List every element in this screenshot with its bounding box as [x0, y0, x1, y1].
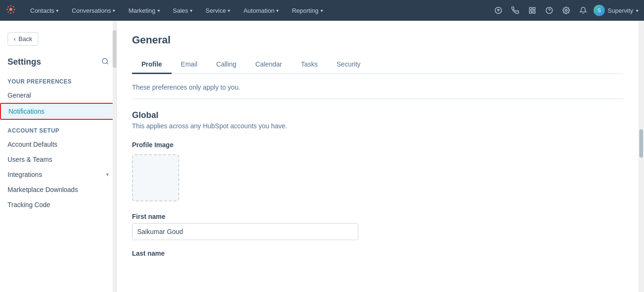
nav-conversations[interactable]: Conversations ▾: [65, 0, 122, 21]
back-chevron-icon: ‹: [14, 35, 16, 42]
account-menu[interactable]: S Supervity ▾: [594, 5, 638, 16]
first-name-label: First name: [132, 213, 623, 220]
svg-point-9: [565, 9, 567, 11]
sidebar-header: Settings: [0, 50, 116, 71]
chevron-down-icon: ▾: [113, 8, 115, 13]
tab-tasks[interactable]: Tasks: [291, 56, 327, 74]
account-setup-section: Account Setup: [0, 120, 116, 137]
last-name-field: Last name: [132, 250, 623, 257]
svg-point-0: [9, 8, 12, 10]
sidebar-item-integrations[interactable]: Integrations ▾: [0, 167, 116, 182]
chevron-down-icon: ▾: [321, 8, 323, 13]
chevron-down-icon: ▾: [157, 8, 160, 13]
marketplace-icon[interactable]: [526, 4, 539, 17]
chevron-down-icon: ▾: [106, 171, 109, 178]
sidebar-item-marketplace-downloads[interactable]: Marketplace Downloads: [0, 182, 116, 197]
profile-image-upload[interactable]: [132, 154, 179, 201]
chevron-down-icon: ▾: [228, 8, 230, 13]
sidebar-item-general[interactable]: General: [0, 88, 116, 103]
sidebar-item-tracking-code[interactable]: Tracking Code: [0, 197, 116, 212]
hubspot-logo[interactable]: [6, 4, 16, 17]
notifications-bell-icon[interactable]: [577, 4, 590, 17]
first-name-field: First name: [132, 213, 623, 240]
nav-sales[interactable]: Sales ▾: [166, 0, 199, 21]
sidebar: ‹ Back Settings Your Preferences General…: [0, 21, 117, 292]
calling-icon[interactable]: [509, 4, 522, 17]
profile-image-label: Profile Image: [132, 141, 623, 149]
main-scrollbar: [638, 21, 644, 292]
settings-icon[interactable]: [560, 4, 573, 17]
first-name-input[interactable]: [132, 223, 358, 240]
svg-rect-4: [533, 8, 535, 10]
page-layout: ‹ Back Settings Your Preferences General…: [0, 21, 644, 292]
preference-notice: These preferences only apply to you.: [132, 74, 623, 99]
nav-right: S Supervity ▾: [492, 4, 638, 17]
main-scroll-thumb: [639, 129, 643, 158]
your-preferences-section: Your Preferences: [0, 71, 116, 88]
svg-rect-6: [529, 11, 532, 13]
nav-menu: Contacts ▾ Conversations ▾ Marketing ▾ S…: [24, 0, 330, 21]
nav-contacts[interactable]: Contacts ▾: [24, 0, 65, 21]
nav-reporting[interactable]: Reporting ▾: [285, 0, 329, 21]
profile-image-field: Profile Image: [132, 141, 623, 201]
top-navigation: Contacts ▾ Conversations ▾ Marketing ▾ S…: [0, 0, 644, 21]
help-icon[interactable]: [543, 4, 556, 17]
chevron-down-icon: ▾: [56, 8, 58, 13]
sidebar-item-account-defaults[interactable]: Account Defaults: [0, 137, 116, 152]
account-name: Supervity: [608, 7, 633, 14]
upgrade-icon[interactable]: [492, 4, 505, 17]
avatar: S: [594, 5, 605, 16]
chevron-down-icon: ▾: [276, 8, 279, 13]
tab-calendar[interactable]: Calendar: [246, 56, 291, 74]
sidebar-item-users-teams[interactable]: Users & Teams: [0, 152, 116, 167]
sidebar-title: Settings: [8, 57, 41, 67]
back-button[interactable]: ‹ Back: [8, 32, 38, 46]
last-name-label: Last name: [132, 250, 623, 257]
svg-point-10: [102, 58, 107, 64]
nav-automation[interactable]: Automation ▾: [237, 0, 285, 21]
global-section-subtitle: This applies across any HubSpot accounts…: [132, 122, 623, 130]
tab-calling[interactable]: Calling: [207, 56, 246, 74]
sidebar-scroll-thumb: [113, 30, 116, 68]
search-icon[interactable]: [101, 58, 109, 67]
tab-email[interactable]: Email: [172, 56, 207, 74]
settings-tabs: Profile Email Calling Calendar Tasks Sec…: [132, 56, 623, 74]
global-section-title: Global: [132, 110, 623, 120]
sidebar-item-notifications[interactable]: Notifications: [0, 103, 116, 120]
tab-security[interactable]: Security: [327, 56, 370, 74]
main-content: General Profile Email Calling Calendar T…: [117, 21, 638, 292]
svg-rect-5: [533, 11, 535, 13]
nav-left: Contacts ▾ Conversations ▾ Marketing ▾ S…: [6, 0, 330, 21]
chevron-down-icon: ▾: [190, 8, 192, 13]
svg-rect-3: [529, 8, 532, 10]
sidebar-scrollbar: [113, 21, 116, 292]
global-section: Global This applies across any HubSpot a…: [132, 110, 623, 257]
page-title: General: [132, 34, 623, 46]
nav-service[interactable]: Service ▾: [199, 0, 237, 21]
svg-line-11: [107, 63, 108, 64]
tab-profile[interactable]: Profile: [132, 56, 172, 74]
nav-marketing[interactable]: Marketing ▾: [122, 0, 166, 21]
account-chevron-icon: ▾: [636, 8, 638, 13]
